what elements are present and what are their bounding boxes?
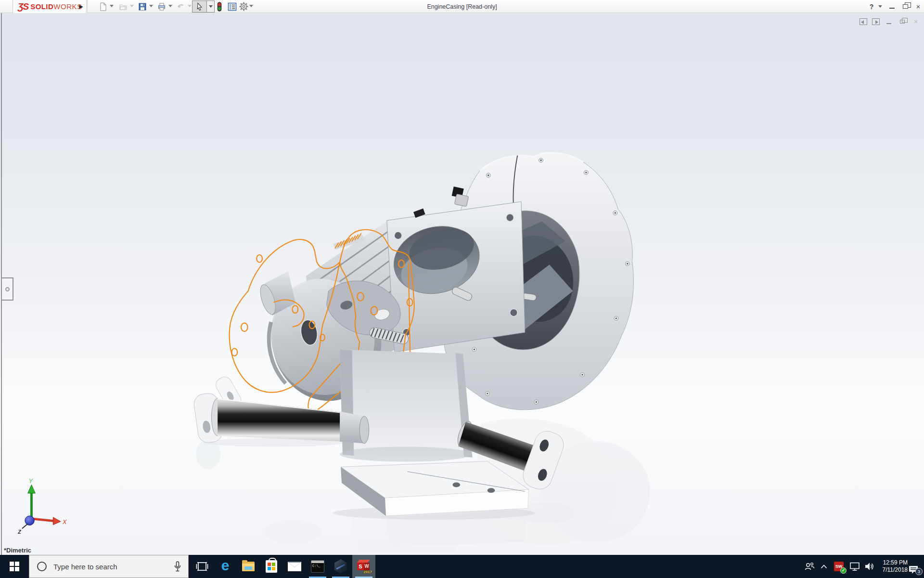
save-icon [138,2,147,11]
people-button[interactable] [802,555,817,578]
mail-icon [288,562,301,571]
document-window-controls: × [860,17,920,26]
hexagon-app-button[interactable] [329,555,352,578]
triad-z-label: Z [17,529,21,535]
people-icon [804,562,815,571]
triad-y-label: Y [29,478,34,485]
pane-expand-right-icon[interactable] [872,18,880,25]
network-button[interactable] [847,555,862,578]
undo-button[interactable] [175,1,187,12]
close-button[interactable]: × [912,0,924,13]
start-icon [10,562,19,571]
undo-icon [177,2,185,11]
task-view-button[interactable] [191,555,214,578]
minimize-button[interactable] [886,0,898,13]
sw-year-label: 2017 [363,570,372,574]
restore-button[interactable] [899,0,911,13]
clock-time: 12:59 PM [883,559,908,566]
mail-button[interactable] [283,555,306,578]
solidworks-app-icon: S W 2017 [357,560,371,573]
search-placeholder: Type here to search [53,563,117,571]
doc-minimize-icon[interactable] [885,18,893,26]
triad-x-label: X [62,519,67,525]
rebuild-traffic-light-icon [216,2,223,12]
command-prompt-icon: C:\_ [311,560,324,573]
store-icon [266,560,277,573]
file-explorer-icon [242,562,255,571]
solidworks-logo-glyph: ƷS [18,1,28,12]
engine-casing-3d-model[interactable]: Y X Z [0,13,924,555]
save-button[interactable] [137,1,148,12]
orientation-triad: Y X Z [17,478,67,535]
print-icon [157,2,166,11]
clock-date: 7/11/2018 [883,566,908,574]
network-icon [849,562,860,571]
new-document-icon [99,2,107,11]
solidworks-tray-icon: SW ✓ [834,562,844,571]
minimize-icon [889,8,895,9]
display-settings-button[interactable] [226,1,238,12]
hexagon-app-icon [334,559,347,574]
select-arrow-icon [195,2,204,11]
task-view-icon [196,561,208,572]
select-tool-button[interactable] [192,0,207,13]
system-tray: SW ✓ 12:59 PM 7/11/2018 [799,555,924,578]
start-button[interactable] [0,555,29,578]
open-icon [119,2,128,11]
command-prompt-button[interactable]: C:\_ [306,555,329,578]
mount-pedestal[interactable] [340,349,472,461]
print-button[interactable] [156,1,167,12]
action-center-button[interactable]: 3 [907,555,923,578]
edge-button[interactable]: e [214,555,237,578]
open-button[interactable] [117,1,129,12]
pane-collapse-left-icon[interactable] [860,18,867,25]
check-badge-icon: ✓ [840,567,847,574]
edge-icon: e [221,558,230,573]
options-button[interactable] [238,1,249,12]
store-button[interactable] [260,555,283,578]
cortana-circle-icon [37,562,47,571]
graphics-viewport[interactable]: × [0,13,924,555]
solidworks-tray-button[interactable]: SW ✓ [831,555,847,578]
taskbar-search[interactable]: Type here to search [29,555,189,578]
file-explorer-button[interactable] [237,555,260,578]
save-caret[interactable] [149,5,153,7]
help-caret[interactable] [877,0,884,13]
undo-caret[interactable] [188,5,192,7]
notification-badge: 3 [915,568,923,575]
new-document-caret[interactable] [110,5,114,7]
options-gear-icon [239,2,248,11]
solidworks-app-button[interactable]: S W 2017 [352,555,375,578]
menu-flyout-button[interactable]: ▶ [76,0,87,13]
solidworks-logo-bold: SOLID [30,2,53,11]
restore-icon [903,4,908,9]
solidworks-window: ƷS SOLID WORKS ▶ [0,0,924,578]
clock[interactable]: 12:59 PM 7/11/2018 [871,555,908,578]
windows-taskbar: Type here to search e [0,555,924,578]
rebuild-button[interactable] [214,1,225,12]
display-pane-icon [228,2,237,11]
new-document-button[interactable] [97,1,109,12]
chevron-up-icon [821,565,827,569]
help-button[interactable]: ? [866,0,877,13]
microphone-icon[interactable] [174,561,181,573]
title-bar: ƷS SOLID WORKS ▶ [0,0,924,13]
doc-close-icon[interactable]: × [911,18,920,26]
print-caret[interactable] [168,5,172,7]
open-caret[interactable] [130,5,134,7]
tray-overflow-button[interactable] [817,555,831,578]
options-caret[interactable] [249,5,253,7]
doc-restore-icon[interactable] [898,18,907,26]
view-orientation-label: *Dimetric [4,547,31,554]
